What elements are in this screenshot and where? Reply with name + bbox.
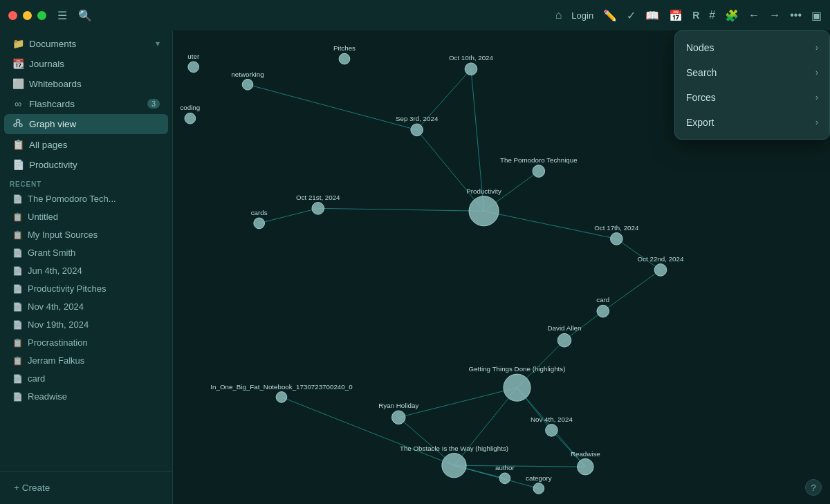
puzzle-icon[interactable]: 🧩 [725,9,739,22]
recent-item[interactable]: 📋 Untitled [4,208,168,225]
home-icon[interactable]: ⌂ [555,9,562,21]
sidebar-item-productivity[interactable]: 📄 Productivity [4,155,168,174]
main-layout: 📁 Documents ▾ 📆 Journals ⬜ Whiteboards ∞… [0,30,830,504]
svg-line-4 [19,122,21,124]
node-label: author [495,464,515,472]
graph-node[interactable] [533,165,545,178]
sidebar-item-flashcards[interactable]: ∞ Flashcards 3 [4,94,168,113]
titlebar-right: ⌂ Login ✏️ ✓ 📖 📅 R # 🧩 ← → ••• ▣ [555,9,822,22]
graph-edge [318,208,484,211]
graph-node[interactable] [391,411,405,424]
dropdown-item-export[interactable]: Export › [675,110,829,135]
check-icon[interactable]: ✓ [627,9,636,22]
dropdown-item-label: Search [686,67,717,78]
traffic-lights [8,11,46,20]
recent-item-icon: 📄 [12,320,22,330]
graph-node[interactable] [469,196,499,226]
recent-item-icon: 📄 [12,284,22,294]
graph-node[interactable] [276,392,287,403]
help-button[interactable]: ? [805,479,822,496]
recent-item[interactable]: 📄 Nov 19th, 2024 [4,316,168,333]
sidebar-item-documents[interactable]: 📁 Documents ▾ [4,34,168,53]
graph-node[interactable] [546,424,558,437]
recent-item-label: Grant Smith [28,248,75,258]
recent-item-label: card [28,373,45,384]
graph-node[interactable] [504,374,531,401]
recent-item[interactable]: 📋 Procrastination [4,334,168,351]
sidebar-item-graph-view[interactable]: Graph view [4,114,168,134]
node-label: Oct 21st, 2024 [296,194,340,201]
graph-node[interactable] [411,124,423,136]
graph-node[interactable] [312,203,324,215]
svg-line-3 [16,122,17,124]
graph-node[interactable] [533,483,544,494]
recent-item[interactable]: 📄 Productivity Pitches [4,280,168,297]
graph-node[interactable] [654,264,667,277]
graph-node[interactable] [242,79,253,90]
graph-view-label: Graph view [29,119,76,129]
recent-item-icon: 📄 [12,266,22,276]
node-label: The Obstacle Is the Way (highlights) [400,445,508,452]
recent-item[interactable]: 📄 The Pomodoro Tech... [4,190,168,207]
minimize-button[interactable] [23,11,32,20]
graph-node[interactable] [611,233,623,245]
recent-item-icon: 📄 [12,392,22,402]
sidebar-right-icon[interactable]: ▣ [811,9,822,22]
graph-node[interactable] [578,458,593,474]
sidebar-item-whiteboards[interactable]: ⬜ Whiteboards [4,74,168,93]
graph-edge [603,270,661,311]
node-label: category [526,474,552,482]
recent-item[interactable]: 📄 Jun 4th, 2024 [4,262,168,279]
more-icon[interactable]: ••• [790,9,802,21]
node-label: Sep 3rd, 2024 [396,115,439,122]
graph-node[interactable] [442,454,466,478]
login-button[interactable]: Login [571,10,593,21]
graph-node[interactable] [185,113,196,124]
sidebar-item-all-pages[interactable]: 📋 All pages [4,135,168,154]
maximize-button[interactable] [37,11,46,20]
node-label: Pitches [333,44,356,52]
graph-node[interactable] [597,305,609,317]
graph-edge [282,397,454,465]
forward-icon[interactable]: → [769,9,780,21]
calendar-icon[interactable]: 📅 [669,9,683,22]
journals-icon: 📆 [12,58,24,69]
graph-node[interactable] [465,63,477,75]
search-icon[interactable]: 🔍 [78,9,92,22]
all-pages-label: All pages [29,140,68,150]
dropdown-item-forces[interactable]: Forces › [675,85,829,110]
sidebar-item-journals[interactable]: 📆 Journals [4,54,168,73]
recent-item[interactable]: 📄 Grant Smith [4,244,168,261]
graph-node[interactable] [188,62,199,73]
create-button[interactable]: + Create [8,478,164,497]
recent-item[interactable]: 📄 Readwise [4,388,168,405]
graph-canvas[interactable]: networkingcodingPitchesuterSep 3rd, 2024… [173,30,830,504]
dropdown-item-nodes[interactable]: Nodes › [675,35,829,60]
recent-item[interactable]: 📋 Jerram Falkus [4,352,168,369]
node-label: uter [187,53,200,60]
recent-section-label: RECENT [0,175,172,189]
recent-item[interactable]: 📄 Nov 4th, 2024 [4,298,168,315]
documents-chevron: ▾ [156,39,160,48]
back-icon[interactable]: ← [748,9,759,21]
graph-node[interactable] [557,333,571,347]
dropdown-item-search[interactable]: Search › [675,60,829,85]
recent-item[interactable]: 📄 card [4,370,168,387]
recent-item[interactable]: 📋 My Input Sources [4,226,168,243]
node-label: card [596,296,609,304]
recent-items: 📄 The Pomodoro Tech... 📋 Untitled 📋 My I… [0,190,172,405]
graph-node[interactable] [254,218,265,229]
hash-icon[interactable]: # [709,9,715,21]
node-label: Readwise [571,450,600,458]
graph-node[interactable] [499,473,510,484]
book-icon[interactable]: 📖 [645,9,659,22]
edit-icon[interactable]: ✏️ [603,9,617,22]
node-label: Oct 22nd, 2024 [638,255,684,263]
flashcards-badge: 3 [147,99,160,109]
close-button[interactable] [8,11,17,20]
recent-item-icon: 📋 [12,338,22,348]
sidebar-toggle-icon[interactable]: ☰ [57,9,67,22]
graph-node[interactable] [339,53,350,64]
node-label: Nov 4th, 2024 [531,416,573,423]
r-icon[interactable]: R [692,10,699,21]
